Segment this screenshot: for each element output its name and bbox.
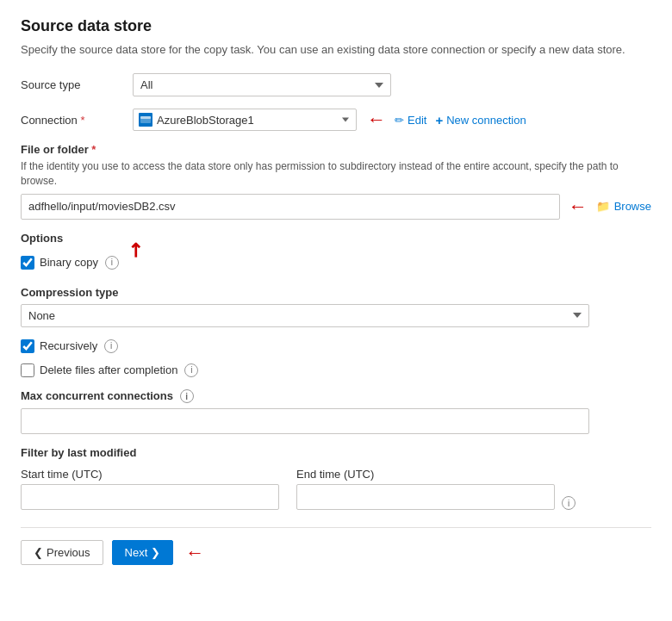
delete-files-info-icon: i xyxy=(184,363,198,377)
delete-files-row: Delete files after completion i xyxy=(21,363,651,377)
connection-select-wrap: AzureBlobStorage1 xyxy=(133,109,357,131)
source-type-control: All xyxy=(133,73,651,96)
next-button[interactable]: Next ❯ xyxy=(112,540,174,565)
time-row: Start time (UTC) End time (UTC) i xyxy=(21,468,651,510)
max-connections-input[interactable] xyxy=(21,408,589,434)
new-connection-link[interactable]: + New connection xyxy=(435,113,526,127)
recursively-info-icon: i xyxy=(104,339,118,353)
end-time-info-icon: i xyxy=(562,496,576,510)
browse-button[interactable]: 📁 Browse xyxy=(596,200,651,213)
binary-copy-checkbox[interactable] xyxy=(21,256,34,270)
binary-copy-row: Binary copy i ↖ xyxy=(21,252,651,274)
delete-files-label: Delete files after completion xyxy=(40,363,177,376)
recursively-label: Recursively xyxy=(40,339,97,352)
file-folder-section: File or folder * If the identity you use… xyxy=(21,143,651,220)
connection-value: AzureBlobStorage1 xyxy=(157,114,254,127)
recursively-checkbox[interactable] xyxy=(21,339,34,353)
recursively-row: Recursively i xyxy=(21,339,651,353)
source-type-row: Source type All xyxy=(21,73,651,96)
filter-label: Filter by last modified xyxy=(21,446,651,459)
connection-control: AzureBlobStorage1 ← ✏ Edit + New connect… xyxy=(133,109,651,131)
source-type-select[interactable]: All xyxy=(133,73,391,96)
options-section: Options Binary copy i ↖ xyxy=(21,232,651,274)
connection-arrow: ← xyxy=(367,109,386,131)
start-time-input[interactable] xyxy=(21,484,279,510)
folder-icon: 📁 xyxy=(596,200,610,213)
max-connections-info-icon: i xyxy=(180,389,194,403)
edit-connection-link[interactable]: ✏ Edit xyxy=(395,114,426,127)
file-folder-input[interactable] xyxy=(21,194,560,220)
compression-select[interactable]: None GZip Deflate BZip2 ZipDeflate TarGZ… xyxy=(21,304,589,327)
page-title: Source data store xyxy=(21,17,651,35)
source-type-label: Source type xyxy=(21,78,133,91)
plus-icon: + xyxy=(435,113,443,127)
end-time-input[interactable] xyxy=(296,484,555,510)
end-time-label: End time (UTC) xyxy=(296,468,576,481)
svg-rect-2 xyxy=(140,116,151,119)
connection-select[interactable]: AzureBlobStorage1 xyxy=(133,109,357,131)
pencil-icon: ✏ xyxy=(395,114,404,127)
compression-label: Compression type xyxy=(21,286,651,299)
compression-section: Compression type None GZip Deflate BZip2… xyxy=(21,286,651,327)
start-time-label: Start time (UTC) xyxy=(21,468,279,481)
chevron-left-icon: ❮ xyxy=(34,546,43,559)
blob-storage-icon xyxy=(139,113,152,127)
delete-files-checkbox[interactable] xyxy=(21,363,34,377)
connection-row: Connection * AzureBlobStorage1 ← ✏ Edit … xyxy=(21,109,651,131)
previous-button[interactable]: ❮ Previous xyxy=(21,540,103,565)
file-folder-row: ← 📁 Browse xyxy=(21,194,651,220)
connection-label: Connection * xyxy=(21,114,133,127)
max-connections-label: Max concurrent connections i xyxy=(21,389,651,404)
filter-section: Filter by last modified Start time (UTC)… xyxy=(21,446,651,510)
page-description: Specify the source data store for the co… xyxy=(21,42,651,58)
options-label: Options xyxy=(21,232,651,245)
max-connections-section: Max concurrent connections i xyxy=(21,389,651,435)
file-folder-arrow: ← xyxy=(569,196,588,218)
footer: ❮ Previous Next ❯ ← xyxy=(21,527,651,565)
chevron-right-icon: ❯ xyxy=(151,546,160,559)
end-time-input-wrap: i xyxy=(296,484,576,510)
binary-copy-info-icon: i xyxy=(105,256,119,270)
next-arrow: ← xyxy=(185,542,204,564)
binary-copy-label: Binary copy xyxy=(40,256,98,269)
start-time-group: Start time (UTC) xyxy=(21,468,279,510)
end-time-group: End time (UTC) i xyxy=(296,468,576,510)
file-folder-description: If the identity you use to access the da… xyxy=(21,159,651,189)
file-folder-label: File or folder * xyxy=(21,143,651,156)
